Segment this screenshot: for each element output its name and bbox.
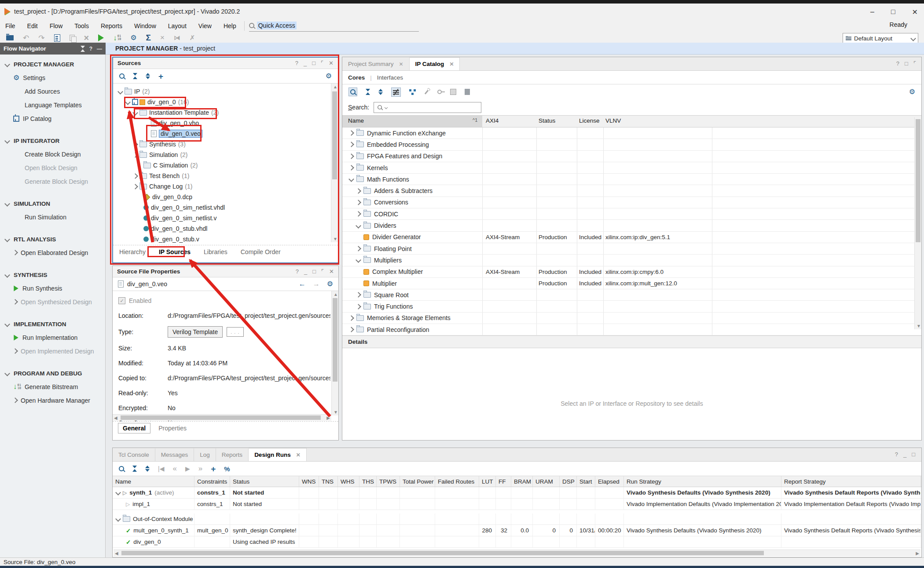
float-panel-icon[interactable]: ⌜: [321, 268, 324, 275]
flownav-item-generate-bitstream[interactable]: ↓0110Generate Bitstream: [0, 380, 105, 393]
tab-cores[interactable]: Cores: [348, 74, 365, 81]
ip-row-cordic[interactable]: CORDIC: [342, 208, 921, 220]
flownav-item-open-block-design[interactable]: Open Block Design: [0, 161, 105, 175]
help-icon[interactable]: ?: [89, 46, 92, 52]
column-header-ths[interactable]: THS: [359, 476, 377, 487]
add-sources-icon[interactable]: +: [158, 72, 163, 80]
tab-messages[interactable]: Messages: [155, 448, 194, 461]
column-header-tpws[interactable]: TPWS: [377, 476, 400, 487]
ip-row-adders-subtracters[interactable]: Adders & Subtracters: [342, 185, 921, 197]
flownav-item-open-elaborated-design[interactable]: Open Elaborated Design: [0, 246, 105, 259]
menu-file[interactable]: File: [5, 22, 15, 29]
sum-icon[interactable]: Σ: [146, 33, 150, 43]
flownav-item-language-templates[interactable]: Language Templates: [0, 98, 105, 112]
tab-general[interactable]: General: [118, 423, 150, 433]
tab-properties[interactable]: Properties: [158, 425, 187, 432]
step-back-icon[interactable]: «: [172, 464, 176, 473]
device-icon[interactable]: [450, 89, 456, 95]
column-header-constraints[interactable]: Constraints: [194, 476, 230, 487]
ip-row-multipliers[interactable]: Multipliers: [342, 255, 921, 266]
collapse-all-icon[interactable]: [366, 89, 370, 95]
ip-row-multiplier[interactable]: MultiplierProductionIncludedxilinx.com:i…: [342, 278, 921, 289]
run-row-impl-1[interactable]: ▷impl_1constrs_1Not startedVivado Implem…: [113, 499, 921, 510]
percent-icon[interactable]: %: [224, 465, 230, 473]
flow-section-header-implementation[interactable]: IMPLEMENTATION: [0, 318, 105, 331]
ip-row-divider-generator[interactable]: Divider GeneratorAXI4-StreamProductionIn…: [342, 232, 921, 243]
menu-layout[interactable]: Layout: [168, 22, 187, 29]
ip-row-dynamic-function-exchange[interactable]: Dynamic Function eXchange: [342, 127, 921, 139]
panel-settings-icon[interactable]: ⚙: [909, 88, 915, 95]
column-header-run-strategy[interactable]: Run Strategy: [624, 476, 781, 487]
menu-tools[interactable]: Tools: [74, 22, 89, 29]
column-header-failed-routes[interactable]: Failed Routes: [435, 476, 479, 487]
flownav-item-generate-block-design[interactable]: Generate Block Design: [0, 175, 105, 188]
minimize-panel-icon[interactable]: —: [97, 46, 102, 52]
float-panel-icon[interactable]: ⌜: [913, 60, 916, 67]
column-header-bram[interactable]: BRAM: [511, 476, 533, 487]
delete-icon[interactable]: ×: [84, 33, 89, 43]
tree-item-div-gen-0-stub-vhdl[interactable]: div_gen_0_stub.vhdl: [113, 223, 338, 234]
back-arrow-icon[interactable]: ←: [299, 280, 306, 288]
column-header-name[interactable]: Name: [113, 476, 194, 487]
quick-access[interactable]: Quick Access: [249, 20, 419, 32]
close-tab-icon[interactable]: ✕: [399, 61, 403, 67]
flow-section-header-rtl-analysis[interactable]: RTL ANALYSIS: [0, 233, 105, 246]
scrollbar-vertical[interactable]: ▲ ▼: [331, 84, 338, 242]
flownav-item-run-implementation[interactable]: Run Implementation: [0, 331, 105, 344]
close-panel-icon[interactable]: ✕: [329, 268, 334, 275]
skip-to-start-icon[interactable]: |◀: [158, 465, 164, 472]
tab-ip-sources[interactable]: IP Sources: [159, 248, 191, 255]
scrollbar-vertical[interactable]: ▼: [914, 117, 921, 329]
run-row-div-gen-0[interactable]: ✓div_gen_0Using cached IP results: [113, 536, 921, 548]
flownav-item-run-synthesis[interactable]: Run Synthesis: [0, 281, 105, 295]
tab-project-summary[interactable]: Project Summary✕: [342, 58, 410, 70]
search-icon[interactable]: [119, 73, 125, 79]
column-header-whs[interactable]: WHS: [338, 476, 359, 487]
ip-row-kernels[interactable]: Kernels: [342, 162, 921, 174]
more-button[interactable]: . . .: [227, 327, 243, 337]
column-header-report-strategy[interactable]: Report Strategy: [781, 476, 921, 487]
customize-ip-icon[interactable]: [425, 90, 429, 94]
layout-selector[interactable]: Default Layout: [843, 33, 918, 44]
column-header-vlnv[interactable]: VLNV: [605, 117, 621, 124]
ip-search-input[interactable]: [374, 102, 481, 113]
tab-hierarchy[interactable]: Hierarchy: [119, 248, 146, 255]
tree-item-div-gen-0-vho[interactable]: div_gen_0.vho: [113, 118, 338, 128]
filter-icon[interactable]: [391, 87, 401, 97]
forward-arrow-icon[interactable]: →: [313, 280, 320, 288]
tree-item-div-gen-0-stub-v[interactable]: div_gen_0_stub.v: [113, 234, 338, 244]
help-icon[interactable]: ?: [896, 60, 899, 67]
ip-row-math-functions[interactable]: Math Functions: [342, 174, 921, 185]
tab-compile-order[interactable]: Compile Order: [241, 248, 281, 255]
tab-ip-catalog[interactable]: IP Catalog✕: [410, 57, 460, 70]
minimize-panel-icon[interactable]: _: [304, 268, 307, 275]
column-header-tns[interactable]: TNS: [319, 476, 338, 487]
group-by-hierarchy-icon[interactable]: [409, 89, 416, 95]
maximize-panel-icon[interactable]: □: [312, 60, 315, 66]
close-button[interactable]: ✕: [912, 8, 918, 16]
search-icon[interactable]: [348, 87, 357, 96]
flownav-item-open-hardware-manager[interactable]: Open Hardware Manager: [0, 393, 105, 407]
close-tab-icon[interactable]: ✕: [296, 452, 301, 458]
help-icon[interactable]: ?: [295, 60, 298, 66]
type-dropdown[interactable]: Verilog Template: [168, 326, 223, 338]
search-icon[interactable]: [119, 466, 124, 471]
ip-row-embedded-processing[interactable]: Embedded Processing: [342, 139, 921, 150]
tree-item-div-gen-0[interactable]: div_gen_0(16): [113, 97, 338, 107]
maximize-panel-icon[interactable]: □: [912, 451, 915, 458]
minimize-button[interactable]: –: [870, 8, 874, 16]
link-icon[interactable]: ⧒: [174, 34, 180, 42]
ip-row-square-root[interactable]: Square Root: [342, 289, 921, 301]
ip-row-conversions[interactable]: Conversions: [342, 197, 921, 208]
flow-section-header-simulation[interactable]: SIMULATION: [0, 197, 105, 210]
settings-icon[interactable]: ⚙: [130, 34, 136, 41]
flownav-item-open-synthesized-design[interactable]: Open Synthesized Design: [0, 295, 105, 309]
run-row-out-of-context-module-runs[interactable]: Out-of-Context Module Runs: [113, 513, 921, 525]
tree-item-instantiation-template[interactable]: Instantiation Template(2): [113, 107, 338, 118]
column-header-wns[interactable]: WNS: [299, 476, 319, 487]
menu-flow[interactable]: Flow: [50, 22, 63, 29]
flow-section-header-ip-integrator[interactable]: IP INTEGRATOR: [0, 135, 105, 147]
flow-section-header-project-manager[interactable]: PROJECT MANAGER: [0, 58, 105, 71]
collapse-all-icon[interactable]: [132, 466, 137, 472]
menu-window[interactable]: Window: [134, 22, 156, 29]
